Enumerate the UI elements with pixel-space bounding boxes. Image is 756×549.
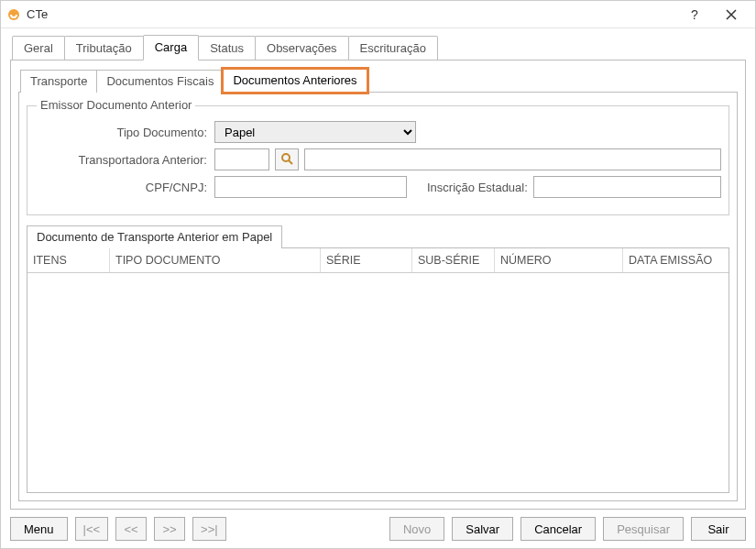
emissor-fieldset: Emissor Documento Anterior Tipo Document… (27, 105, 729, 215)
tipo-documento-select[interactable]: Papel (214, 121, 416, 143)
subtab-panel: Emissor Documento Anterior Tipo Document… (18, 92, 738, 501)
app-icon (6, 7, 21, 22)
grid-title: Documento de Transporte Anterior em Pape… (27, 225, 282, 248)
sair-button[interactable]: Sair (691, 517, 746, 541)
nav-first-button[interactable]: |<< (75, 517, 109, 541)
transportadora-label: Transportadora Anterior: (35, 153, 209, 167)
transportadora-codigo-input[interactable] (214, 148, 269, 170)
grid-header: ITENS TIPO DOCUMENTO SÉRIE SUB-SÉRIE NÚM… (27, 248, 729, 273)
sub-tabs: Transporte Documentos Fiscais Documentos… (18, 68, 738, 92)
ie-input[interactable] (533, 176, 721, 198)
novo-button[interactable]: Novo (389, 517, 444, 541)
cpf-cnpj-input[interactable] (214, 176, 407, 198)
titlebar: CTe ? (1, 1, 755, 28)
nav-next-button[interactable]: >> (154, 517, 185, 541)
menu-button[interactable]: Menu (10, 517, 68, 541)
nav-last-button[interactable]: >>| (192, 517, 226, 541)
tab-tributacao[interactable]: Tributação (64, 36, 144, 60)
tipo-documento-label: Tipo Documento: (35, 126, 209, 139)
search-icon (280, 152, 293, 168)
subtab-documentos-anteriores[interactable]: Documentos Anteriores (223, 69, 367, 93)
subtab-documentos-fiscais[interactable]: Documentos Fiscais (96, 70, 224, 93)
nav-prev-button[interactable]: << (115, 517, 147, 541)
documents-grid[interactable]: ITENS TIPO DOCUMENTO SÉRIE SUB-SÉRIE NÚM… (27, 247, 729, 493)
main-tabs: Geral Tributação Carga Status Observaçõe… (10, 34, 746, 60)
transportadora-nome-input[interactable] (304, 148, 721, 170)
tab-geral[interactable]: Geral (12, 36, 65, 60)
col-serie[interactable]: SÉRIE (321, 248, 412, 272)
col-data[interactable]: DATA EMISSÃO (623, 248, 729, 272)
svg-line-2 (289, 160, 292, 164)
svg-point-0 (8, 9, 19, 20)
ie-label: Inscrição Estadual: (427, 181, 528, 194)
help-button[interactable]: ? (676, 2, 713, 27)
footer-toolbar: Menu |<< << >> >>| Novo Salvar Cancelar … (1, 510, 755, 544)
svg-point-1 (282, 154, 290, 161)
col-tipo[interactable]: TIPO DOCUMENTO (110, 248, 321, 272)
window-title: CTe (27, 7, 48, 21)
cpf-cnpj-label: CPF/CNPJ: (35, 181, 209, 194)
col-numero[interactable]: NÚMERO (495, 248, 623, 272)
subtab-transporte[interactable]: Transporte (20, 70, 97, 93)
status-line: F3 ( Salvar ) - ESC ( Cancelar ) (1, 544, 755, 549)
tab-status[interactable]: Status (198, 36, 256, 60)
transportadora-lookup-button[interactable] (275, 148, 299, 170)
col-subserie[interactable]: SUB-SÉRIE (412, 248, 495, 272)
cancelar-button[interactable]: Cancelar (520, 517, 596, 541)
tab-carga[interactable]: Carga (143, 35, 199, 60)
salvar-button[interactable]: Salvar (452, 517, 513, 541)
pesquisar-button[interactable]: Pesquisar (603, 517, 684, 541)
col-itens[interactable]: ITENS (27, 248, 110, 272)
emissor-legend: Emissor Documento Anterior (37, 98, 195, 112)
tab-panel-carga: Transporte Documentos Fiscais Documentos… (10, 60, 746, 510)
tab-observacoes[interactable]: Observações (255, 36, 349, 60)
close-button[interactable] (713, 2, 750, 27)
tab-escrituracao[interactable]: Escrituração (348, 36, 438, 60)
